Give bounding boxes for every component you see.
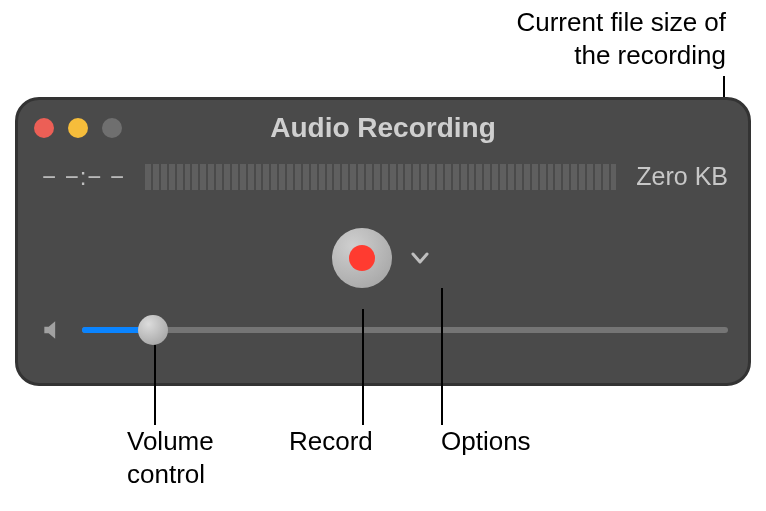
- chevron-down-icon: [408, 246, 432, 270]
- window-title: Audio Recording: [18, 112, 748, 144]
- volume-row: [18, 293, 748, 345]
- callout-record: Record: [289, 425, 373, 458]
- volume-low-icon: [40, 317, 66, 343]
- record-icon: [349, 245, 375, 271]
- volume-slider[interactable]: [82, 315, 728, 345]
- slider-track: [82, 327, 728, 333]
- leader-record: [362, 309, 364, 425]
- close-icon[interactable]: [34, 118, 54, 138]
- elapsed-time: − −:− −: [42, 163, 125, 191]
- leader-volume: [154, 345, 156, 425]
- info-row: − −:− − Zero KB: [18, 156, 748, 197]
- slider-thumb[interactable]: [138, 315, 168, 345]
- level-meter: [145, 164, 616, 190]
- callout-volume: Volume control: [127, 425, 214, 490]
- minimize-icon[interactable]: [68, 118, 88, 138]
- record-button[interactable]: [332, 228, 392, 288]
- zoom-icon: [102, 118, 122, 138]
- callout-options: Options: [441, 425, 531, 458]
- callout-filesize: Current file size of the recording: [516, 6, 726, 71]
- filesize-label: Zero KB: [636, 162, 728, 191]
- audio-recording-window: Audio Recording − −:− − Zero KB: [15, 97, 751, 386]
- leader-options: [441, 288, 443, 425]
- titlebar: Audio Recording: [18, 100, 748, 156]
- controls-row: [18, 223, 748, 293]
- traffic-lights: [34, 118, 122, 138]
- options-button[interactable]: [406, 244, 434, 272]
